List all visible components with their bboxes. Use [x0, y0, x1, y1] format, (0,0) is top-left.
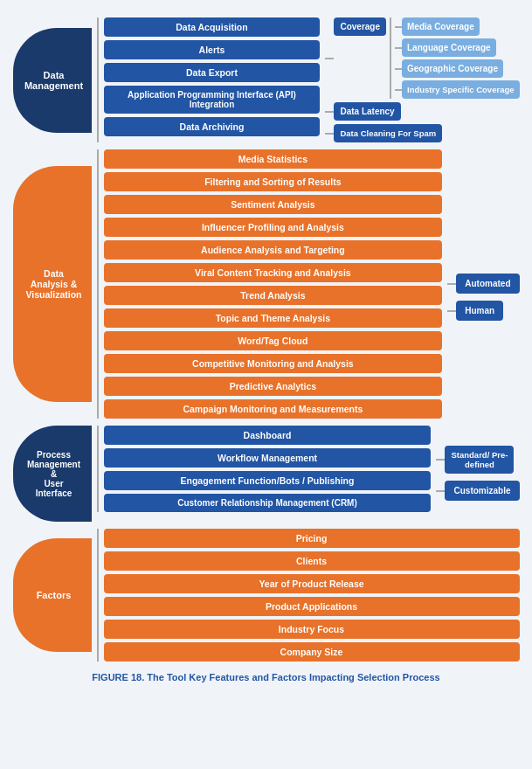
items-process-management: Dashboard Workflow Management Engagement… [104, 426, 432, 512]
figure-caption: FIGURE 18. The Tool Key Features and Fac… [13, 672, 520, 682]
label-process-management: ProcessManagement &User Interface [13, 426, 92, 522]
section-factors: Factors Pricing Clients Year of Product … [13, 529, 520, 662]
item-data-export: Data Export [104, 63, 321, 82]
item-dashboard: Dashboard [104, 426, 432, 445]
sub-language-coverage: Language Coverage [402, 38, 496, 57]
item-topic-theme: Topic and Theme Analysis [104, 308, 443, 328]
item-year-release: Year of Product Release [104, 574, 520, 593]
item-data-archiving: Data Archiving [104, 117, 321, 136]
item-sentiment-analysis: Sentiment Analysis [104, 195, 443, 214]
item-trend-analysis: Trend Analysis [104, 286, 443, 305]
items-data-management: Data Acquisition Alerts Data Export Appl… [104, 17, 321, 142]
item-word-tag-cloud: Word/Tag Cloud [104, 331, 443, 350]
label-factors: Factors [13, 538, 92, 652]
item-engagement: Engagement Function/Bots / Publishing [104, 471, 432, 490]
item-crm: Customer Relationship Management (CRM) [104, 494, 432, 512]
item-predictive-analytics: Predictive Analytics [104, 377, 443, 396]
item-media-statistics: Media Statistics [104, 149, 443, 169]
diagram-container: DataManagement Data Acquisition Alerts D… [9, 9, 524, 691]
item-industry-focus: Industry Focus [104, 620, 520, 639]
sub-geographic-coverage: Geographic Coverage [402, 59, 503, 78]
item-campaign-monitoring: Campaign Monitoring and Measurements [104, 399, 443, 419]
items-data-analysis: Media Statistics Filtering and Sorting o… [104, 149, 443, 419]
item-competitive-monitoring: Competitive Monitoring and Analysis [104, 354, 443, 373]
item-data-acquisition: Data Acquisition [104, 17, 321, 37]
item-clients: Clients [104, 551, 520, 571]
items-factors: Pricing Clients Year of Product Release … [104, 529, 520, 662]
label-data-analysis: Data Analysis &Visualization [13, 166, 92, 402]
section-process-management: ProcessManagement &User Interface Dashbo… [13, 426, 520, 522]
label-data-management: DataManagement [13, 28, 92, 133]
item-alerts: Alerts [104, 40, 321, 59]
item-filtering-sorting: Filtering and Sorting of Results [104, 172, 443, 191]
section-data-management: DataManagement Data Acquisition Alerts D… [13, 17, 520, 142]
item-pricing: Pricing [104, 529, 520, 548]
section-data-analysis: Data Analysis &Visualization Media Stati… [13, 149, 520, 419]
item-influencer-profiling: Influencer Profiling and Analysis [104, 218, 443, 237]
sub-industry-coverage: Industry Specific Coverage [402, 80, 519, 99]
sub-media-coverage: Media Coverage [402, 17, 480, 36]
item-product-applications: Product Applications [104, 597, 520, 616]
item-api-integration: Application Programming Interface (API) … [104, 86, 321, 114]
item-viral-content: Viral Content Tracking and Analysis [104, 263, 443, 282]
item-audience-analysis: Audience Analysis and Targeting [104, 240, 443, 260]
item-workflow: Workflow Management [104, 448, 432, 468]
item-company-size: Company Size [104, 642, 520, 662]
